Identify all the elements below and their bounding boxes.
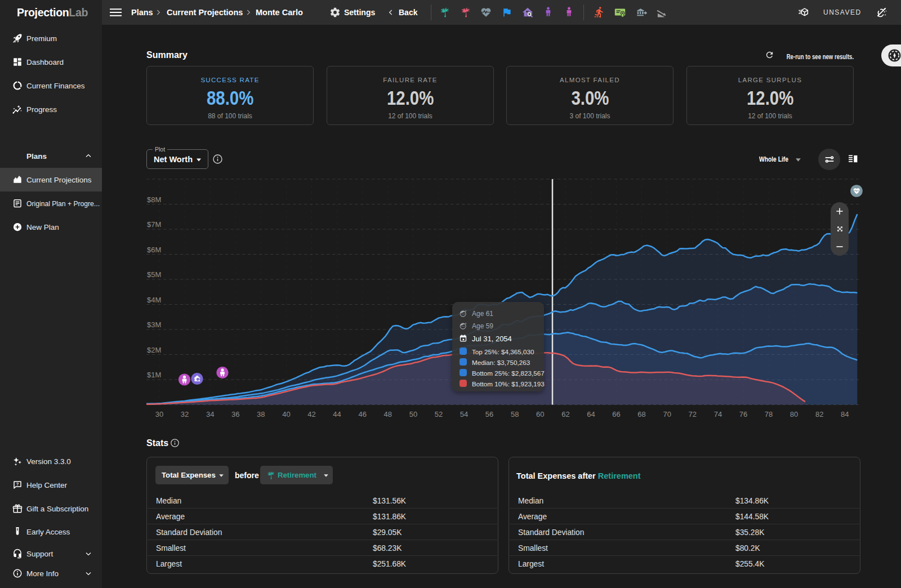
svg-text:$4M: $4M	[147, 296, 161, 304]
svg-text:58: 58	[511, 410, 519, 418]
svg-text:34: 34	[206, 410, 214, 418]
svg-text:84: 84	[841, 410, 849, 418]
svg-text:68: 68	[637, 410, 645, 418]
svg-text:78: 78	[765, 410, 773, 418]
svg-text:30: 30	[155, 410, 163, 418]
svg-text:66: 66	[612, 410, 620, 418]
svg-text:48: 48	[384, 410, 392, 418]
svg-text:46: 46	[358, 410, 366, 418]
svg-text:82: 82	[815, 410, 823, 418]
svg-text:40: 40	[282, 410, 290, 418]
svg-text:$7M: $7M	[147, 220, 161, 229]
svg-text:$3M: $3M	[147, 320, 161, 329]
svg-text:$2M: $2M	[147, 346, 161, 354]
svg-text:$6M: $6M	[147, 246, 161, 254]
svg-text:52: 52	[435, 410, 443, 418]
svg-text:32: 32	[181, 410, 189, 418]
svg-text:36: 36	[231, 410, 239, 418]
svg-text:62: 62	[561, 410, 569, 418]
svg-text:80: 80	[790, 410, 798, 418]
svg-text:72: 72	[689, 410, 697, 418]
svg-text:42: 42	[307, 410, 315, 418]
svg-text:50: 50	[409, 410, 417, 418]
svg-text:44: 44	[333, 410, 341, 418]
svg-text:70: 70	[663, 410, 671, 418]
svg-text:?: ?	[16, 482, 19, 487]
svg-text:64: 64	[587, 410, 595, 418]
svg-text:38: 38	[257, 410, 265, 418]
svg-text:$5M: $5M	[147, 270, 161, 279]
svg-text:76: 76	[739, 410, 747, 418]
svg-text:74: 74	[714, 410, 722, 418]
svg-text:$1M: $1M	[147, 371, 161, 379]
svg-text:56: 56	[485, 410, 493, 418]
svg-text:60: 60	[536, 410, 544, 418]
svg-text:54: 54	[460, 410, 468, 418]
svg-text:$8M: $8M	[147, 195, 161, 204]
